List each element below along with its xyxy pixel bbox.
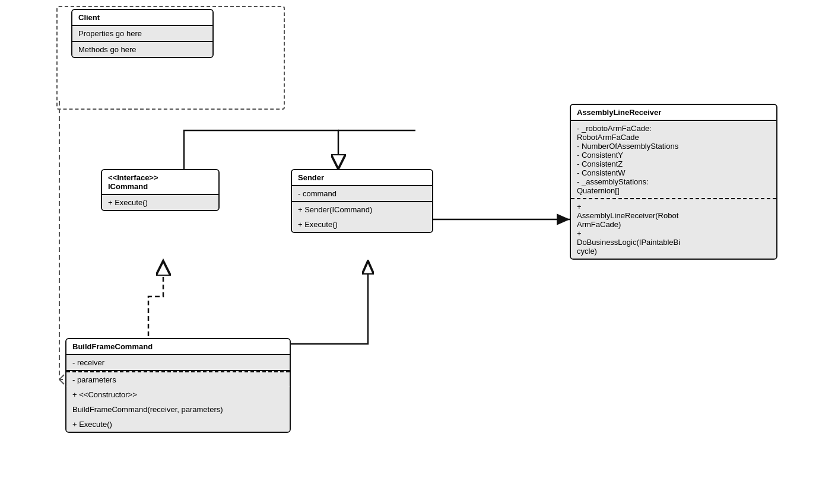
buildframecommand-props-2: - parameters [66, 371, 290, 387]
sender-methods-1: + Sender(ICommand) [292, 202, 432, 217]
buildframecommand-props-1: - receiver [66, 355, 290, 371]
buildframecommand-methods-2: BuildFrameCommand(receiver, parameters) [66, 402, 290, 417]
buildframecommand-class: BuildFrameCommand - receiver - parameter… [65, 338, 291, 433]
alr-props-1: - _robotoArmFaCade: RobotArmFaCade - Num… [571, 121, 776, 198]
sender-class: Sender - command + Sender(ICommand) + Ex… [291, 169, 433, 233]
icommand-stereotype: <<Interface>> [108, 173, 212, 182]
alr-methods: + AssemblyLineReceiver(Robot ArmFaCade) … [571, 198, 776, 259]
sender-methods-2: + Execute() [292, 217, 432, 232]
diagram-container: Client Properties go here Methods go her… [0, 0, 819, 504]
icommand-name: ICommand [108, 182, 212, 191]
assemblylinereceiver-class: AssemblyLineReceiver - _robotoArmFaCade:… [570, 104, 777, 260]
sender-class-name: Sender [292, 170, 432, 186]
client-properties: Properties go here [72, 26, 212, 42]
sender-properties: - command [292, 186, 432, 202]
buildframecommand-methods-3: + Execute() [66, 417, 290, 432]
assemblylinereceiver-class-name: AssemblyLineReceiver [571, 105, 776, 121]
client-class-name: Client [72, 10, 212, 26]
icommand-class: <<Interface>> ICommand + Execute() [101, 169, 220, 211]
client-class: Client Properties go here Methods go her… [71, 9, 214, 58]
buildframecommand-class-name: BuildFrameCommand [66, 339, 290, 355]
icommand-class-name: <<Interface>> ICommand [102, 170, 218, 195]
client-methods: Methods go here [72, 42, 212, 57]
icommand-methods: + Execute() [102, 195, 218, 210]
buildframecommand-methods-1: + <<Constructor>> [66, 387, 290, 402]
